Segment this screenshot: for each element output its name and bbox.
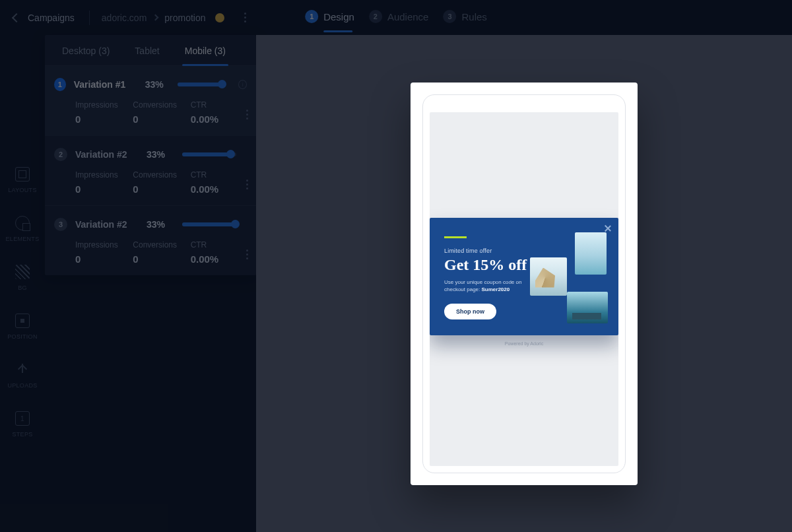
info-icon[interactable]: i (238, 80, 247, 89)
metric-value: 0.00% (191, 114, 247, 125)
position-icon (15, 314, 30, 328)
variation-more-button[interactable] (246, 249, 248, 259)
variation-traffic-pct: 33% (147, 219, 174, 230)
metric-label: CTR (191, 170, 247, 180)
breadcrumb-site[interactable]: adoric.com (102, 13, 147, 23)
banner-image-collage (534, 236, 607, 320)
variation-more-button[interactable] (246, 180, 248, 189)
app-header: Campaigns adoric.com promotion 1 Design … (0, 0, 792, 35)
traffic-slider[interactable] (178, 83, 226, 86)
metric-label: Conversions (133, 240, 190, 249)
metric-value: 0 (133, 253, 190, 265)
step-badge: 2 (369, 10, 382, 23)
metric-label: Impressions (75, 170, 133, 180)
chevron-right-icon (152, 15, 159, 21)
breadcrumb: adoric.com promotion (102, 13, 224, 23)
back-chevron-icon[interactable] (12, 13, 21, 22)
variation-row[interactable]: 3 Variation #2 33% Impressions0 Conversi… (45, 206, 256, 275)
metric-value: 0 (133, 114, 190, 125)
rail-layouts[interactable]: LAYOUTS (8, 167, 36, 193)
rail-label: LAYOUTS (8, 187, 36, 193)
rail-uploads[interactable]: UPLOADS (7, 362, 37, 389)
tab-mobile[interactable]: Mobile (3) (178, 35, 232, 65)
variation-name: Variation #2 (75, 219, 139, 230)
step-active-underline (323, 30, 352, 32)
step-design[interactable]: 1 Design (305, 10, 354, 23)
tab-desktop[interactable]: Desktop (3) (55, 35, 116, 65)
tool-rail: LAYOUTS ELEMENTS BG POSITION UPLOADS STE… (0, 35, 45, 532)
variation-row[interactable]: 1 Variation #1 33% i Impressions0 Conver… (45, 66, 256, 136)
step-badge: 3 (443, 10, 456, 23)
campaign-status-dot (215, 13, 224, 22)
metric-label: Impressions (75, 100, 133, 110)
rail-elements[interactable]: ELEMENTS (6, 216, 40, 242)
back-to-campaigns[interactable]: Campaigns (28, 13, 75, 23)
variation-traffic-pct: 33% (145, 79, 170, 90)
mobile-device-frame: Limited time offer Get 15% off Use your … (411, 83, 638, 485)
metric-value: 0 (75, 114, 133, 125)
design-canvas: Limited time offer Get 15% off Use your … (256, 35, 792, 532)
banner-kicker: Limited time offer (444, 248, 530, 254)
metric-value: 0.00% (191, 183, 247, 195)
layouts-icon (15, 167, 30, 182)
variation-name: Variation #1 (74, 79, 137, 90)
slider-thumb[interactable] (231, 220, 240, 228)
metric-value: 0 (75, 183, 133, 195)
variation-traffic-pct: 33% (147, 149, 174, 160)
metric-label: Conversions (133, 100, 190, 110)
variation-index-badge: 2 (54, 148, 67, 161)
device-tabs: Desktop (3) Tablet Mobile (3) (45, 35, 256, 66)
upload-icon (15, 362, 30, 377)
collage-image (575, 232, 607, 275)
collage-image (567, 292, 608, 323)
step-badge: 1 (305, 10, 318, 23)
slider-fill (182, 152, 230, 156)
bg-icon (15, 265, 30, 279)
accent-bar (444, 236, 467, 238)
slider-thumb[interactable] (226, 150, 235, 158)
header-more-button[interactable] (242, 9, 249, 26)
traffic-slider[interactable] (182, 222, 236, 226)
rail-label: UPLOADS (7, 382, 37, 389)
metric-value: 0 (75, 253, 133, 265)
rail-steps[interactable]: STEPS (12, 411, 32, 438)
breadcrumb-campaign[interactable]: promotion (164, 13, 205, 23)
variation-index-badge: 3 (54, 218, 67, 231)
variation-row[interactable]: 2 Variation #2 33% Impressions0 Conversi… (45, 136, 256, 206)
traffic-slider[interactable] (182, 152, 236, 156)
metric-value: 0.00% (191, 253, 247, 265)
close-icon[interactable] (604, 224, 612, 232)
metric-label: Conversions (133, 170, 190, 180)
banner-headline: Get 15% off (444, 257, 530, 273)
promo-banner[interactable]: Limited time offer Get 15% off Use your … (430, 218, 618, 336)
header-divider (89, 11, 90, 25)
shop-now-button[interactable]: Shop now (444, 304, 496, 319)
metric-label: Impressions (75, 240, 133, 249)
slider-thumb[interactable] (218, 80, 226, 88)
rail-bg[interactable]: BG (15, 265, 30, 291)
tab-tablet[interactable]: Tablet (128, 35, 166, 65)
step-label: Design (323, 11, 354, 22)
metric-value: 0 (133, 183, 190, 195)
step-rules[interactable]: 3 Rules (443, 10, 486, 23)
step-audience[interactable]: 2 Audience (369, 10, 429, 23)
banner-coupon-code: Sumer2020 (481, 286, 510, 292)
variation-index-badge: 1 (54, 78, 66, 91)
variation-name: Variation #2 (75, 149, 139, 160)
rail-position[interactable]: POSITION (7, 314, 37, 340)
collage-image (530, 257, 567, 296)
elements-icon (15, 216, 30, 230)
rail-label: BG (18, 284, 27, 291)
metric-label: CTR (191, 100, 247, 110)
variations-panel: Desktop (3) Tablet Mobile (3) 1 Variatio… (45, 35, 256, 275)
rail-label: POSITION (7, 333, 37, 340)
banner-subcopy: Use your unique coupon code on checkout … (444, 279, 530, 293)
step-label: Rules (461, 11, 486, 22)
mobile-screen: Limited time offer Get 15% off Use your … (430, 112, 618, 466)
rail-label: STEPS (12, 431, 32, 438)
rail-label: ELEMENTS (6, 236, 40, 242)
steps-icon (15, 411, 30, 426)
step-label: Audience (387, 11, 429, 22)
powered-by-label: Powered by Adoric (430, 341, 618, 346)
variation-more-button[interactable] (246, 110, 248, 119)
